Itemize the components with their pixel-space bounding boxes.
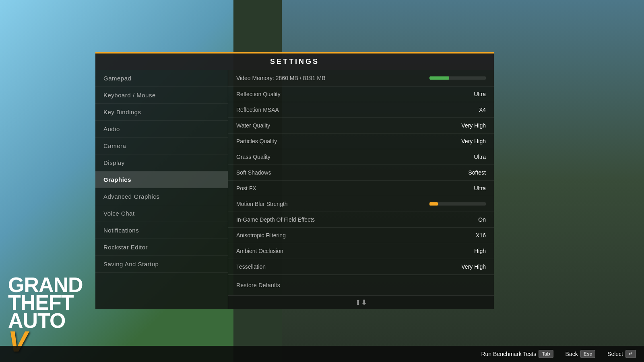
settings-body: Gamepad Keyboard / Mouse Key Bindings Au… (95, 70, 494, 309)
restore-defaults-button[interactable]: Restore Defaults (236, 282, 280, 288)
setting-row-tessellation[interactable]: Tessellation Very High (228, 259, 494, 275)
setting-row-particles-quality[interactable]: Particles Quality Very High (228, 134, 494, 149)
gta-logo: grand theft auto V (8, 276, 83, 354)
sidebar-item-rockstar-editor[interactable]: Rockstar Editor (95, 239, 228, 256)
setting-name-anisotropic-filtering: Anisotropic Filtering (236, 232, 476, 239)
sidebar-item-voice-chat[interactable]: Voice Chat (95, 205, 228, 222)
select-key: ↵ (625, 350, 636, 358)
scroll-arrows-icon: ⬆⬇ (355, 299, 367, 306)
setting-value-ambient-occlusion: High (474, 248, 486, 254)
setting-name-soft-shadows: Soft Shadows (236, 169, 468, 176)
setting-row-anisotropic-filtering[interactable]: Anisotropic Filtering X16 (228, 228, 494, 243)
back-label: Back (566, 351, 578, 357)
bottom-action-benchmark: Run Benchmark Tests Tab (481, 350, 553, 358)
scroll-indicator: ⬆⬇ (228, 295, 494, 309)
sidebar-item-keyboard-mouse[interactable]: Keyboard / Mouse (95, 87, 228, 104)
setting-row-motion-blur[interactable]: Motion Blur Strength (228, 196, 494, 212)
sidebar-item-camera[interactable]: Camera (95, 138, 228, 154)
benchmark-label: Run Benchmark Tests (481, 351, 536, 357)
setting-value-dof-effects: On (478, 216, 486, 223)
setting-row-reflection-quality[interactable]: Reflection Quality Ultra (228, 86, 494, 102)
setting-row-grass-quality[interactable]: Grass Quality Ultra (228, 149, 494, 165)
setting-value-tessellation: Very High (461, 263, 486, 270)
setting-row-water-quality[interactable]: Water Quality Very High (228, 118, 494, 134)
restore-defaults-row: Restore Defaults (228, 275, 494, 295)
setting-value-water-quality: Very High (461, 122, 486, 129)
sidebar-item-saving-and-startup[interactable]: Saving And Startup (95, 256, 228, 273)
settings-header: SETTINGS (95, 52, 494, 70)
setting-row-dof-effects[interactable]: In-Game Depth Of Field Effects On (228, 212, 494, 228)
bottom-action-back: Back Esc (566, 350, 595, 358)
setting-value-particles-quality: Very High (461, 138, 486, 144)
setting-name-dof-effects: In-Game Depth Of Field Effects (236, 216, 478, 223)
setting-name-post-fx: Post FX (236, 185, 474, 191)
setting-name-reflection-quality: Reflection Quality (236, 91, 474, 97)
sidebar-item-key-bindings[interactable]: Key Bindings (95, 104, 228, 121)
sidebar-item-graphics[interactable]: Graphics (95, 171, 228, 188)
setting-row-ambient-occlusion[interactable]: Ambient Occlusion High (228, 243, 494, 259)
setting-name-reflection-msaa: Reflection MSAA (236, 107, 479, 113)
sidebar-item-advanced-graphics[interactable]: Advanced Graphics (95, 188, 228, 205)
sidebar: Gamepad Keyboard / Mouse Key Bindings Au… (95, 70, 228, 309)
setting-name-tessellation: Tessellation (236, 263, 461, 270)
setting-value-reflection-msaa: X4 (479, 107, 486, 113)
sidebar-item-audio[interactable]: Audio (95, 121, 228, 138)
setting-name-motion-blur: Motion Blur Strength (236, 201, 429, 207)
setting-name-grass-quality: Grass Quality (236, 154, 474, 160)
setting-name-water-quality: Water Quality (236, 122, 461, 129)
sidebar-item-notifications[interactable]: Notifications (95, 222, 228, 239)
setting-value-post-fx: Ultra (474, 185, 486, 191)
vram-row: Video Memory: 2860 MB / 8191 MB (228, 70, 494, 86)
setting-value-soft-shadows: Softest (468, 169, 486, 176)
content-panel: Video Memory: 2860 MB / 8191 MB Reflecti… (228, 70, 494, 309)
setting-row-soft-shadows[interactable]: Soft Shadows Softest (228, 165, 494, 181)
settings-panel: SETTINGS Gamepad Keyboard / Mouse Key Bi… (95, 52, 494, 286)
setting-value-grass-quality: Ultra (474, 154, 486, 160)
vram-bar-container (429, 76, 486, 80)
select-label: Select (607, 351, 623, 357)
vram-bar-fill (429, 76, 449, 80)
sidebar-item-display[interactable]: Display (95, 154, 228, 171)
setting-row-reflection-msaa[interactable]: Reflection MSAA X4 (228, 102, 494, 118)
settings-title: SETTINGS (270, 58, 319, 66)
back-key: Esc (580, 350, 595, 358)
setting-name-particles-quality: Particles Quality (236, 138, 461, 144)
bottom-action-select: Select ↵ (607, 350, 636, 358)
setting-name-ambient-occlusion: Ambient Occlusion (236, 248, 474, 254)
benchmark-key: Tab (539, 350, 553, 358)
settings-rows: Reflection Quality Ultra Reflection MSAA… (228, 86, 494, 295)
motion-blur-slider-fill (429, 202, 438, 206)
sidebar-item-gamepad[interactable]: Gamepad (95, 70, 228, 87)
setting-value-reflection-quality: Ultra (474, 91, 486, 97)
vram-label: Video Memory: 2860 MB / 8191 MB (236, 75, 429, 81)
motion-blur-slider[interactable] (429, 202, 486, 206)
setting-value-anisotropic-filtering: X16 (476, 232, 486, 239)
bottom-bar: Run Benchmark Tests Tab Back Esc Select … (0, 346, 644, 362)
setting-row-post-fx[interactable]: Post FX Ultra (228, 181, 494, 196)
